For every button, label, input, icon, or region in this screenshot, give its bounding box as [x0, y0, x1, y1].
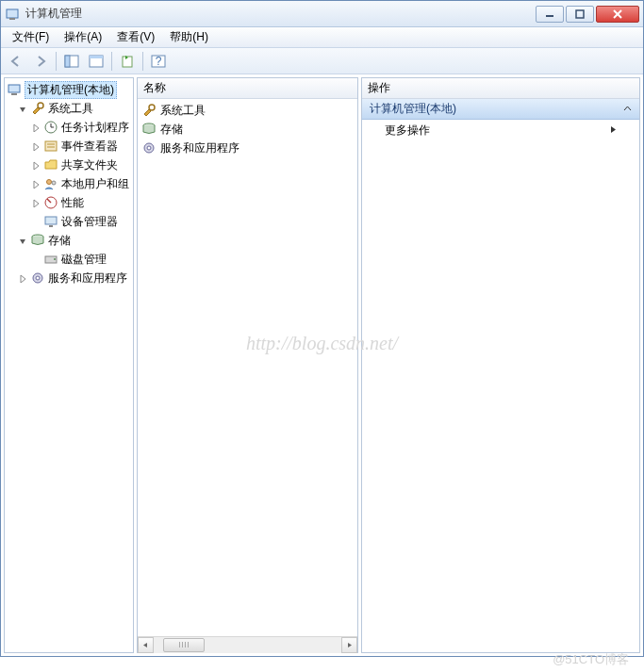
tree-device-manager[interactable]: 设备管理器 — [5, 212, 133, 231]
folder-share-icon — [43, 157, 58, 172]
performance-icon — [43, 195, 58, 210]
tree-performance[interactable]: 性能 — [5, 193, 133, 212]
toolbar-separator — [111, 52, 112, 71]
tree-event-viewer[interactable]: 事件查看器 — [5, 137, 133, 156]
refresh-button[interactable] — [116, 51, 139, 72]
svg-rect-27 — [49, 225, 53, 227]
toolbar-separator — [56, 52, 57, 71]
toolbar: ? — [1, 48, 643, 74]
svg-point-36 — [147, 146, 151, 150]
menu-view[interactable]: 查看(V) — [109, 27, 162, 47]
list-item[interactable]: 系统工具 — [141, 101, 354, 120]
actions-body: 计算机管理(本地) 更多操作 — [362, 99, 639, 652]
tree-local-users[interactable]: 本地用户和组 — [5, 174, 133, 193]
actions-pane: 操作 计算机管理(本地) 更多操作 — [361, 77, 640, 653]
help-button[interactable]: ? — [147, 51, 170, 72]
scroll-thumb[interactable] — [163, 638, 205, 652]
window: 计算机管理 文件(F) 操作(A) 查看(V) 帮助(H) ? 计算机管理(本地… — [0, 0, 644, 657]
tree-shared-folders[interactable]: 共享文件夹 — [5, 156, 133, 174]
maximize-button[interactable] — [566, 6, 594, 23]
menu-help[interactable]: 帮助(H) — [162, 27, 216, 47]
minimize-button[interactable] — [536, 6, 564, 23]
svg-rect-7 — [65, 56, 70, 67]
services-icon — [30, 270, 45, 286]
event-icon — [43, 139, 58, 154]
tree-label: 任务计划程序 — [61, 120, 129, 136]
tree-label: 本地用户和组 — [61, 176, 129, 192]
expand-icon[interactable] — [31, 141, 41, 152]
tree-label: 系统工具 — [48, 101, 93, 117]
actions-section-title: 计算机管理(本地) — [370, 101, 456, 117]
actions-header: 操作 — [362, 78, 639, 99]
tree-label: 计算机管理(本地) — [25, 81, 117, 99]
services-icon — [141, 140, 157, 156]
list-item-label: 系统工具 — [160, 103, 206, 119]
collapse-icon[interactable] — [18, 236, 28, 246]
svg-rect-1 — [9, 18, 15, 20]
scroll-track[interactable] — [154, 637, 341, 653]
properties-button[interactable] — [85, 51, 107, 72]
clock-icon — [43, 120, 58, 135]
menu-file[interactable]: 文件(F) — [5, 27, 57, 47]
tree-root[interactable]: 计算机管理(本地) — [5, 80, 133, 99]
tree-pane: 计算机管理(本地) 系统工具 任务计划程序 事件查看器 — [4, 77, 134, 653]
horizontal-scrollbar[interactable] — [138, 636, 357, 652]
list-pane: 名称 系统工具 存储 服务和应用程序 — [137, 77, 358, 653]
svg-rect-26 — [45, 217, 57, 224]
actions-section-header[interactable]: 计算机管理(本地) — [362, 99, 639, 120]
svg-text:?: ? — [156, 55, 162, 68]
expand-icon[interactable] — [31, 179, 41, 189]
back-button[interactable] — [5, 51, 27, 72]
collapse-arrow-icon — [623, 103, 632, 116]
tree-disk-management[interactable]: 磁盘管理 — [5, 250, 133, 269]
menu-action[interactable]: 操作(A) — [57, 27, 109, 47]
tree-label: 共享文件夹 — [61, 157, 118, 173]
expand-icon[interactable] — [18, 273, 28, 284]
tree-services-apps[interactable]: 服务和应用程序 — [5, 269, 133, 287]
tree-label: 性能 — [61, 195, 84, 211]
expand-icon[interactable] — [31, 123, 41, 133]
submenu-arrow-icon — [610, 123, 617, 137]
toolbar-separator — [142, 52, 143, 71]
titlebar: 计算机管理 — [1, 1, 643, 27]
action-label: 更多操作 — [385, 123, 430, 139]
disk-icon — [43, 252, 58, 267]
expand-icon[interactable] — [31, 198, 41, 208]
tree-label: 设备管理器 — [61, 214, 118, 230]
svg-rect-19 — [45, 141, 57, 151]
svg-rect-9 — [90, 56, 103, 58]
scroll-right-button[interactable] — [341, 637, 357, 653]
window-title: 计算机管理 — [25, 6, 534, 22]
app-icon — [5, 7, 20, 22]
svg-rect-3 — [576, 10, 584, 18]
show-hide-tree-button[interactable] — [60, 51, 83, 72]
forward-button[interactable] — [29, 51, 52, 72]
device-icon — [43, 214, 58, 229]
tree-label: 存储 — [48, 233, 71, 249]
svg-point-15 — [38, 103, 43, 108]
list-item-label: 存储 — [160, 122, 183, 138]
tree-label: 服务和应用程序 — [48, 270, 127, 287]
tree-system-tools[interactable]: 系统工具 — [5, 99, 133, 118]
list-body: 系统工具 存储 服务和应用程序 — [138, 99, 357, 636]
tree-storage[interactable]: 存储 — [5, 231, 133, 250]
svg-rect-14 — [11, 93, 17, 95]
storage-icon — [141, 122, 157, 137]
svg-point-30 — [54, 258, 56, 260]
svg-rect-13 — [8, 85, 20, 92]
collapse-icon[interactable] — [18, 104, 28, 114]
scroll-left-button[interactable] — [138, 637, 154, 653]
svg-point-23 — [52, 181, 56, 185]
tools-icon — [141, 103, 157, 118]
storage-icon — [30, 233, 45, 248]
list-item[interactable]: 服务和应用程序 — [141, 139, 354, 157]
list-header-name[interactable]: 名称 — [138, 78, 357, 99]
action-more[interactable]: 更多操作 — [362, 120, 639, 140]
tools-icon — [30, 101, 45, 116]
tree-task-scheduler[interactable]: 任务计划程序 — [5, 118, 133, 137]
menubar: 文件(F) 操作(A) 查看(V) 帮助(H) — [1, 27, 643, 48]
users-icon — [43, 176, 58, 191]
close-button[interactable] — [596, 6, 639, 23]
list-item[interactable]: 存储 — [141, 120, 354, 139]
expand-icon[interactable] — [31, 160, 41, 171]
